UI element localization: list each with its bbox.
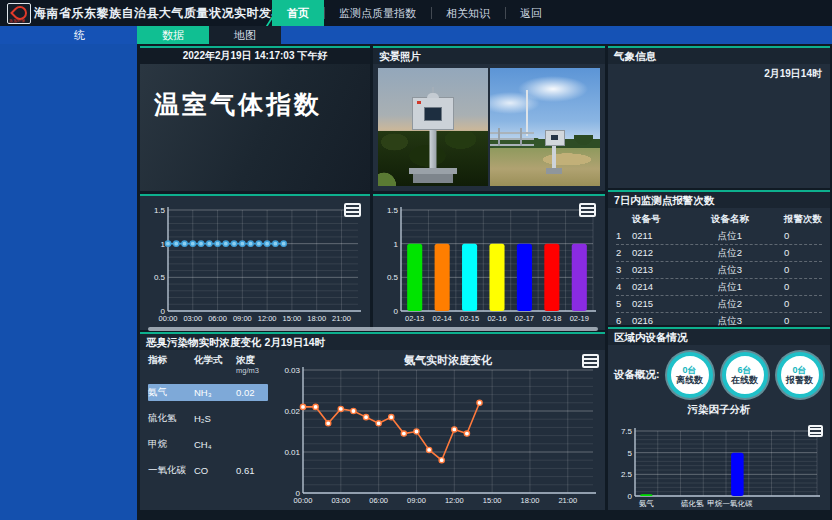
alarm-row: 40214点位10 — [616, 279, 822, 296]
datetime-text: 2022年2月19日 14:17:03 下午好 — [140, 48, 370, 64]
weather-header: 气象信息 — [608, 48, 830, 64]
odor-row: 硫化氢H₂S — [148, 410, 268, 427]
odor-row: 氨气NH₃0.02 — [148, 384, 268, 401]
photo-art — [413, 174, 453, 183]
svg-text:02-18: 02-18 — [542, 314, 561, 323]
svg-text:氨气实时浓度变化: 氨气实时浓度变化 — [403, 354, 493, 366]
tab-1[interactable]: 地图 — [209, 26, 281, 44]
svg-text:甲烷: 甲烷 — [707, 499, 723, 508]
greenhouse-line-chart: 00.511.500:0003:0006:0009:0012:0015:0018… — [144, 202, 366, 324]
svg-text:02-17: 02-17 — [515, 314, 534, 323]
top-bar: 乐东环保 海南省乐东黎族自治县大气质量状况实时发布系 首页监测点质量指数相关知识… — [0, 0, 832, 26]
weather-time: 2月19日14时 — [608, 64, 830, 81]
cell-device-name: 点位3 — [690, 264, 770, 277]
cell-device-name: 点位2 — [690, 298, 770, 311]
nav-item-0[interactable]: 首页 — [272, 0, 324, 26]
svg-text:02-15: 02-15 — [460, 314, 479, 323]
column-device-name: 设备名称 — [690, 213, 770, 226]
svg-text:5: 5 — [628, 449, 633, 458]
photos-panel: 实景照片 — [373, 46, 605, 191]
monitor-device — [545, 130, 565, 146]
photo-art — [520, 128, 522, 146]
greenhouse-line-chart-panel: 00.511.500:0003:0006:0009:0012:0015:0018… — [140, 194, 370, 330]
tab-0[interactable]: 数据 — [137, 26, 209, 44]
svg-text:06:00: 06:00 — [369, 496, 388, 505]
svg-text:硫化氢: 硫化氢 — [681, 499, 704, 508]
stat-label: 离线数 — [676, 375, 703, 385]
alarm-table-panel: 7日内监测点报警次数 0 设备号 设备名称 报警次数 10211点位102021… — [608, 190, 830, 325]
photo-art — [526, 90, 528, 136]
nav-item-1[interactable]: 监测点质量指数 — [324, 0, 431, 26]
svg-text:12:00: 12:00 — [258, 314, 277, 323]
photo-art — [427, 93, 439, 98]
chart-toolbox-icon[interactable] — [579, 203, 596, 217]
stat-count: 6台 — [737, 365, 751, 375]
svg-text:15:00: 15:00 — [483, 496, 502, 505]
cell-index: 2 — [616, 247, 632, 260]
photo-art — [424, 107, 442, 121]
photo-right-day-station — [490, 68, 600, 186]
concentration-unit: mg/m3 — [236, 367, 268, 375]
svg-text:7.5: 7.5 — [621, 427, 633, 436]
photo-art — [551, 135, 558, 140]
stat-count: 0台 — [792, 365, 806, 375]
svg-text:06:00: 06:00 — [208, 314, 227, 323]
chart-toolbox-icon[interactable] — [344, 203, 361, 217]
cell-alarm-count: 0 — [770, 247, 822, 260]
alarm-row: 30213点位30 — [616, 262, 822, 279]
app-logo: 乐东环保 — [7, 3, 31, 24]
photo-art — [490, 144, 534, 146]
cell-device-name: 点位2 — [690, 247, 770, 260]
svg-text:02-16: 02-16 — [487, 314, 506, 323]
odor-panel-body: 指标 化学式 浓度 mg/m3 氨气NH₃0.02硫化氢H₂S甲烷CH₄一氧化碳… — [140, 350, 605, 510]
photo-art — [552, 144, 556, 168]
daily-bar-chart: 00.511.502-1302-1402-1502-1602-1702-1802… — [377, 202, 601, 324]
device-stats: 0台离线数6台在线数0台报警数 — [667, 352, 823, 398]
cell-index: 5 — [616, 298, 632, 311]
cell-indicator: 一氧化碳 — [148, 464, 194, 477]
chart-toolbox-icon[interactable] — [582, 354, 599, 368]
svg-text:00:00: 00:00 — [294, 496, 313, 505]
cell-device-name: 点位1 — [690, 281, 770, 294]
svg-text:18:00: 18:00 — [307, 314, 326, 323]
svg-text:一氧化碳: 一氧化碳 — [722, 499, 753, 508]
cell-indicator: 甲烷 — [148, 438, 194, 451]
cell-index: 4 — [616, 281, 632, 294]
column-formula: 化学式 — [194, 354, 236, 367]
alarm-table: 0 设备号 设备名称 报警次数 10211点位1020212点位2030213点… — [608, 208, 830, 330]
photo-art — [378, 160, 408, 186]
photo-art — [546, 168, 562, 174]
svg-text:21:00: 21:00 — [558, 496, 577, 505]
photo-row — [373, 64, 605, 190]
svg-text:0: 0 — [628, 492, 633, 501]
svg-text:1.5: 1.5 — [154, 206, 166, 215]
svg-text:0: 0 — [394, 307, 399, 316]
logo-subtext: 乐东环保 — [9, 19, 25, 23]
cell-device-id: 0214 — [632, 281, 690, 294]
greeting-panel: 2022年2月19日 14:17:03 下午好 温室气体指数 — [140, 46, 370, 191]
scroll-divider[interactable] — [148, 327, 598, 331]
alarm-row: 50215点位20 — [616, 296, 822, 313]
devices-panel: 区域内设备情况 设备概况: 0台离线数6台在线数0台报警数 污染因子分析 02.… — [608, 327, 830, 510]
cell-alarm-count: 0 — [770, 230, 822, 243]
nav-item-2[interactable]: 相关知识 — [431, 0, 505, 26]
sub-bar: 统 数据地图 — [0, 26, 832, 44]
cell-index: 3 — [616, 264, 632, 277]
photo-art — [498, 128, 500, 146]
alarm-table-column-row: 0 设备号 设备名称 报警次数 — [616, 212, 822, 228]
nav-item-3[interactable]: 返回 — [505, 0, 557, 26]
svg-text:02-13: 02-13 — [405, 314, 424, 323]
photo-art — [417, 101, 421, 104]
column-alarm-count: 报警次数 — [770, 213, 822, 226]
view-tabs: 数据地图 — [137, 26, 281, 44]
odor-panel-header: 恶臭污染物实时浓度变化 2月19日14时 — [140, 334, 605, 350]
svg-text:02-19: 02-19 — [570, 314, 589, 323]
weather-panel: 气象信息 2月19日14时 — [608, 46, 830, 188]
cell-device-id: 0212 — [632, 247, 690, 260]
chart-toolbox-icon[interactable] — [808, 425, 823, 437]
photo-art — [490, 148, 600, 186]
cell-indicator: 氨气 — [148, 386, 194, 399]
stat-label: 在线数 — [731, 375, 758, 385]
svg-text:03:00: 03:00 — [183, 314, 202, 323]
svg-text:00:00: 00:00 — [159, 314, 178, 323]
